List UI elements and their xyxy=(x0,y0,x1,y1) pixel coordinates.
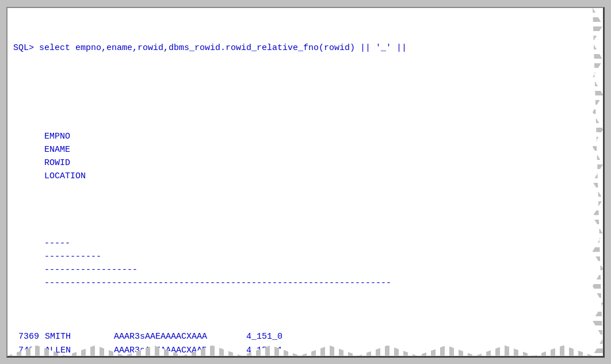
terminal-content: SQL> select empno,ename,rowid,dbms_rowid… xyxy=(7,8,603,358)
sep-location: ----------------------------------------… xyxy=(44,278,391,288)
cell-ename: ALLEN xyxy=(45,344,114,357)
sql-prompt: SQL> select empno,ename,rowid,dbms_rowid… xyxy=(13,41,591,55)
separator-row: ----- ----------- ------------------ ---… xyxy=(13,223,591,304)
terminal-window: SQL> select empno,ename,rowid,dbms_rowid… xyxy=(6,7,605,358)
cell-ename: WARD xyxy=(45,357,114,358)
cell-location: 4_151_1 xyxy=(246,346,282,355)
table-row: 7369SMITH AAAR3sAAEAAAACXAAA4_151_0 xyxy=(13,330,591,343)
header-rowid: ROWID xyxy=(44,156,177,170)
cell-rowid: AAAR3sAAEAAAACXAAC xyxy=(114,357,246,358)
column-headers: EMPNO ENAME ROWID LOCATION xyxy=(13,116,591,197)
header-location: LOCATION xyxy=(44,171,86,181)
cell-ename: SMITH xyxy=(45,330,114,343)
sep-rowid: ------------------ xyxy=(44,263,177,277)
cell-rowid: AAAR3sAAEAAAACXAAA xyxy=(114,330,246,343)
cell-empno: 7499 xyxy=(13,344,45,357)
header-ename: ENAME xyxy=(44,143,113,156)
table-row: 7521WARD AAAR3sAAEAAAACXAAC4_151_2 xyxy=(13,357,591,358)
sep-ename: ----------- xyxy=(44,250,113,263)
sep-empno: ----- xyxy=(44,237,76,250)
data-rows-container: 7369SMITH AAAR3sAAEAAAACXAAA4_151_0 7499… xyxy=(13,330,591,357)
header-empno: EMPNO xyxy=(44,130,76,143)
table-row: 7499ALLEN AAAR3sAAEAAAACXAAB4_151_1 xyxy=(13,344,591,357)
cell-empno: 7369 xyxy=(13,330,45,343)
cell-empno: 7521 xyxy=(13,357,45,358)
cell-location: 4_151_0 xyxy=(246,332,282,342)
cell-rowid: AAAR3sAAEAAAACXAAB xyxy=(114,344,246,357)
